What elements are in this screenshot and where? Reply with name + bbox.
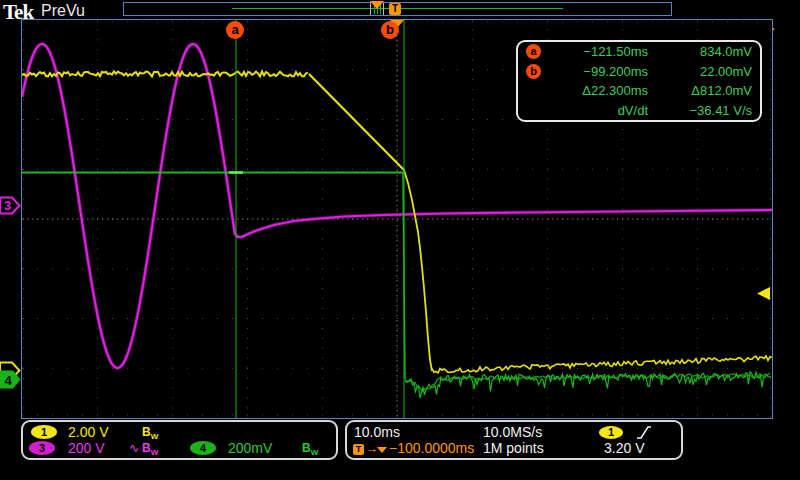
ch1-scale-readout[interactable]: 2.00 V (68, 424, 108, 440)
trigger-level-readout[interactable]: 3.20 V (604, 440, 644, 456)
ch4-bandwidth-icon: BW (302, 441, 318, 457)
ch4-position-marker[interactable]: 4 (0, 370, 21, 389)
ch4-marker-label: 4 (5, 373, 13, 388)
cursor-b-time: −99.200ms (548, 64, 648, 79)
channel-settings-panel: 1 2.00 V BW 3 200 V ∿ BW 4 200mV BW (21, 420, 338, 460)
cursor-slope-value: −36.41 V/s (648, 103, 752, 118)
trigger-delay-readout[interactable]: −100.0000ms (389, 440, 474, 456)
cursor-b-badge: b (526, 64, 541, 79)
sample-rate-readout: 10.0MS/s (483, 424, 542, 440)
cursor-a-value: 834.0mV (648, 44, 752, 59)
ch3-bandwidth-icon: BW (142, 441, 158, 457)
trigger-source-badge[interactable]: 1 (599, 426, 623, 439)
ch4-scale-readout[interactable]: 200mV (228, 440, 272, 456)
horizontal-trigger-panel: 10.0ms 10.0MS/s 1 T → −100.0000ms 1M poi… (345, 420, 683, 460)
record-trigger-icon: T (389, 3, 401, 15)
ch3-scale-readout[interactable]: 200 V (68, 440, 105, 456)
rising-edge-icon (636, 425, 651, 440)
cursor-delta-time: Δ22.300ms (548, 83, 648, 98)
record-length-readout: 1M points (483, 440, 544, 456)
cursor-slope-label: dV/dt (548, 103, 648, 118)
cursor-b-value: 22.00mV (648, 64, 752, 79)
expansion-point-icon (370, 1, 384, 9)
ch3-marker-label: 3 (4, 198, 11, 213)
ch3-ac-coupling-icon: ∿ (129, 441, 139, 455)
trigger-level-arrow-icon[interactable] (757, 287, 771, 300)
ch3-position-marker[interactable]: 3 (0, 196, 21, 215)
ch1-bandwidth-icon: BW (142, 425, 158, 441)
ch4-badge[interactable]: 4 (190, 441, 216, 455)
acquisition-mode-label: PreVu (41, 2, 85, 20)
cursor-a-handle[interactable]: a (226, 21, 244, 39)
cursor-b-handle[interactable]: b (381, 21, 399, 39)
record-view-bar[interactable]: T (123, 2, 672, 16)
trigger-position-icon: T (353, 444, 364, 455)
ch3-badge[interactable]: 3 (29, 441, 55, 455)
timebase-readout[interactable]: 10.0ms (354, 424, 400, 440)
cursor-readout-box: a −121.50ms 834.0mV b −99.200ms 22.00mV … (516, 40, 762, 122)
oscilloscope-screen: Tek PreVu T T a b 3 4 a −121.50ms 834.0m… (0, 0, 800, 480)
cursor-a-badge: a (526, 44, 541, 59)
cursor-delta-value: Δ812.0mV (648, 83, 752, 98)
trigger-marker-icon (377, 447, 387, 453)
ch1-badge[interactable]: 1 (31, 425, 57, 439)
cursor-a-time: −121.50ms (548, 44, 648, 59)
